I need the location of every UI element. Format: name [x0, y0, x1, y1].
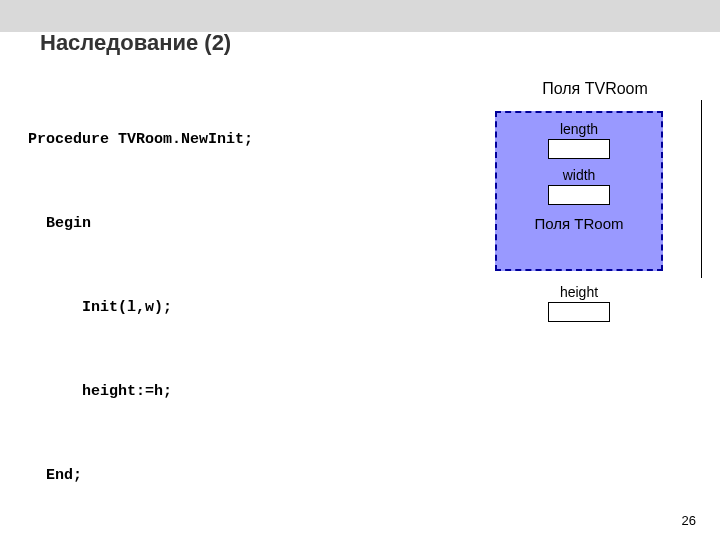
header-bar	[0, 0, 720, 32]
code-line: Procedure TVRoom.NewInit;	[28, 126, 397, 154]
length-box	[548, 139, 610, 159]
length-field-group: length	[497, 121, 661, 159]
code-line: height:=h;	[28, 378, 397, 406]
vertical-line	[701, 100, 702, 278]
code-line: End;	[28, 462, 397, 490]
slide-title: Наследование (2)	[40, 30, 231, 56]
field-diagram: Поля TVRoom length width Поля TRoom heig…	[485, 80, 695, 346]
code-line: Init(l,w);	[28, 294, 397, 322]
page-number: 26	[682, 513, 696, 528]
height-field-group: height	[495, 284, 663, 326]
height-box	[548, 302, 610, 322]
tvroom-container: length width Поля TRoom height	[485, 106, 695, 346]
length-label: length	[497, 121, 661, 137]
troom-box: length width Поля TRoom	[495, 111, 663, 271]
diagram-header: Поля TVRoom	[495, 80, 695, 98]
width-box	[548, 185, 610, 205]
troom-label: Поля TRoom	[497, 215, 661, 232]
height-label: height	[495, 284, 663, 300]
width-field-group: width	[497, 167, 661, 205]
code-line: Begin	[28, 210, 397, 238]
width-label: width	[497, 167, 661, 183]
code-block: Procedure TVRoom.NewInit; Begin Init(l,w…	[28, 70, 397, 540]
